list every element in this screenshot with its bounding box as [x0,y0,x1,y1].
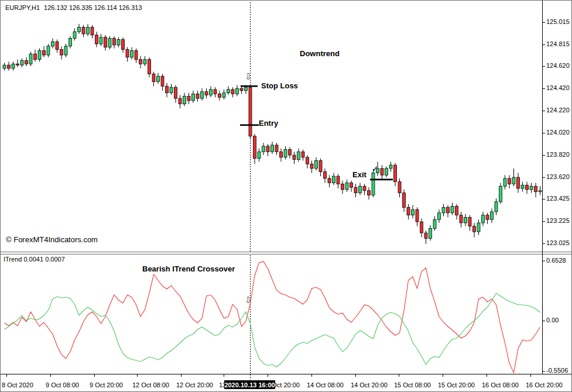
time-axis-label: 12 Oct 20:00 [176,381,213,388]
indicator-title: ITrend 0.0041 0.0007 [4,256,65,263]
mt4-chart-window: EURJPY,H1126.132 126.335 126.114 126.313… [0,0,572,392]
exit-check-icon[interactable]: ✓ [372,164,379,173]
price-axis-label: 124.020 [546,129,570,136]
price-axis-label: 123.820 [546,151,570,158]
time-axis-label: 9 Oct 08:00 [46,381,79,388]
indicator-axis-label: -0.5506 [546,367,568,374]
watermark-label: © ForexMT4Indicators.com [6,236,98,245]
ohlc-values: 126.132 126.335 126.114 126.313 [44,4,142,11]
time-axis-label: 12 Oct 08:00 [132,381,169,388]
time-axis-label: 16 Oct 08:00 [482,381,519,388]
time-axis-label: 15 Oct 20:00 [438,381,475,388]
selected-time-badge: 2020.10.13 16:00 [224,380,275,389]
time-axis-label: 9 Oct 20:00 [90,381,123,388]
price-axis-label: 124.620 [546,62,570,69]
price-axis-label: 123.620 [546,173,570,180]
indicator-axis-label: 0.6528 [546,257,566,264]
entry-label[interactable]: Entry [259,119,278,128]
price-axis-label: 123.425 [546,195,570,202]
symbol-timeframe-label: EURJPY,H1 [5,4,40,11]
price-axis-label: 123.025 [546,239,570,246]
price-axis-label: 124.420 [546,84,570,91]
time-axis-label: 16 Oct 20:00 [526,381,563,388]
sell-arrow-icon[interactable]: ⇩ [245,71,252,82]
price-axis-label: 124.815 [546,40,570,47]
time-axis-label: 15 Oct 08:00 [394,381,431,388]
time-axis-label: 8 Oct 2020 [2,381,33,388]
price-axis-label: 124.220 [546,106,570,114]
price-axis-label: 123.225 [546,217,570,224]
stop-loss-label[interactable]: Stop Loss [261,82,298,91]
chart-title: EURJPY,H1126.132 126.335 126.114 126.313 [5,4,142,12]
time-axis-label: 14 Oct 20:00 [351,381,388,388]
crossover-annotation: Bearish ITrend Crossover [142,265,235,274]
downtrend-label: Downtrend [300,50,340,59]
crossover-arrow-icon[interactable]: ⇩ [245,295,252,305]
exit-label[interactable]: Exit [352,171,367,180]
time-axis-label: 14 Oct 08:00 [307,381,344,388]
indicator-axis-label: 0.00 [546,317,559,324]
price-axis-label: 125.015 [546,18,570,25]
indicator-chart-area[interactable] [1,254,543,374]
